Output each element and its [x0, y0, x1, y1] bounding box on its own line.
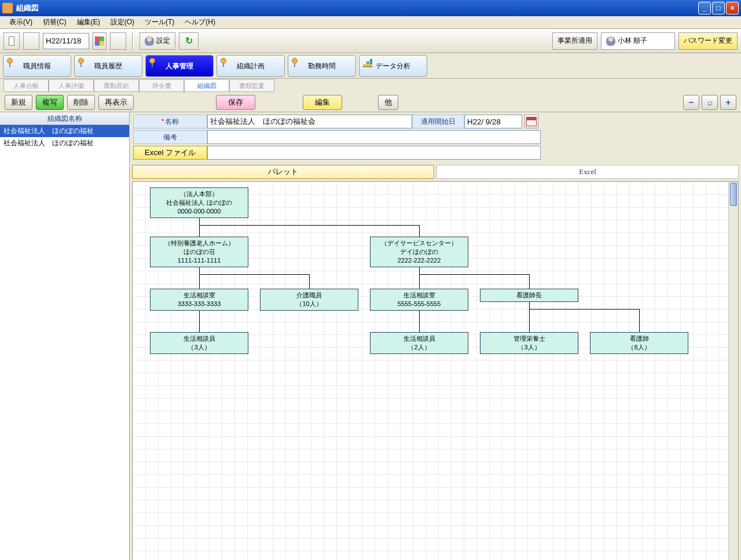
note-input[interactable]: [207, 130, 541, 144]
sub-tabs: 人事台帳 人事評価 異動昇給 辞令書 組織図 書類監査: [0, 79, 741, 93]
canvas[interactable]: （法人本部）社会福祉法人 ほのぼの0000-000-0000（特別養護老人ホーム…: [132, 181, 739, 560]
org-node[interactable]: （法人本部）社会福祉法人 ほのぼの0000-000-0000: [150, 187, 248, 218]
form-area: *名称 適用開始日 備考 Excel ファイル: [130, 112, 741, 164]
excel-file-button[interactable]: Excel ファイル: [133, 146, 207, 160]
sidebar-item[interactable]: 社会福祉法人 ほのぼの福祉: [0, 137, 129, 149]
tab-hr[interactable]: 人事管理: [145, 55, 214, 77]
nav-tabs: 職員情報 職員履歴 人事管理 組織計画 勤務時間 データ分析: [0, 53, 741, 79]
org-node[interactable]: 生活相談員（2人）: [370, 332, 468, 354]
user-display[interactable]: 小林 順子: [601, 32, 675, 50]
password-change-button[interactable]: パスワード変更: [678, 32, 738, 50]
user-icon: [145, 36, 154, 46]
save-button[interactable]: 保存: [216, 95, 255, 110]
zoom-out-button[interactable]: [683, 95, 699, 110]
office-apply-button[interactable]: 事業所適用: [552, 32, 597, 50]
start-date-label: 適用開始日: [412, 115, 464, 128]
subtab-ledger[interactable]: 人事台帳: [3, 79, 49, 92]
org-node[interactable]: 生活相談室3333-333-3333: [150, 289, 248, 311]
zoom-out-icon: [689, 97, 694, 107]
zoom-fit-button[interactable]: [702, 95, 718, 110]
content-area: *名称 適用開始日 備考 Excel ファイル パレット Excel （法人本部…: [130, 112, 741, 560]
pin-icon: [7, 58, 13, 66]
viewtab-excel[interactable]: Excel: [436, 165, 739, 179]
org-node[interactable]: 看護師（8人）: [590, 332, 688, 354]
menu-view[interactable]: 表示(V): [5, 16, 37, 28]
action-bar: 新規 複写 削除 再表示 保存 編集 他: [0, 93, 741, 112]
minimize-button[interactable]: _: [698, 2, 711, 14]
user-name-label: 小林 順子: [618, 36, 670, 46]
menubar: 表示(V) 切替(C) 編集(E) 設定(O) ツール(T) ヘルプ(H): [0, 16, 741, 29]
settings-button[interactable]: 設定: [140, 32, 175, 50]
vscroll-thumb[interactable]: [730, 183, 737, 206]
note-label: 備考: [133, 130, 207, 144]
org-node[interactable]: （特別養護老人ホーム）ほのぼの荘1111-111-1111: [150, 237, 248, 267]
chart-icon: [363, 59, 372, 67]
delete-button[interactable]: 削除: [67, 95, 95, 110]
viewtab-palette[interactable]: パレット: [132, 165, 434, 179]
zoom-fit-icon: [707, 97, 713, 107]
tab-staff-history[interactable]: 職員履歴: [74, 55, 142, 77]
org-node[interactable]: 管理栄養士（3人）: [480, 332, 578, 354]
close-button[interactable]: ×: [726, 2, 739, 14]
view-tabs: パレット Excel: [130, 164, 741, 180]
menu-tools[interactable]: ツール(T): [140, 16, 179, 28]
vertical-scrollbar[interactable]: [728, 182, 738, 560]
blank-button-2[interactable]: [110, 32, 126, 50]
tab-staff-info[interactable]: 職員情報: [3, 55, 71, 77]
copy-button[interactable]: 複写: [36, 95, 64, 110]
tab-work-hours[interactable]: 勤務時間: [288, 55, 356, 77]
calendar-icon: [526, 117, 537, 126]
subtab-audit[interactable]: 書類監査: [229, 79, 274, 92]
org-node[interactable]: 介護職員（10人）: [260, 289, 358, 311]
calendar-button[interactable]: [524, 115, 538, 128]
org-node[interactable]: 生活相談室5555-555-5555: [370, 289, 468, 311]
blank-button[interactable]: [23, 32, 39, 50]
color-picker-button[interactable]: [93, 32, 107, 50]
zoom-in-icon: [726, 97, 731, 107]
user-avatar-icon: [606, 36, 615, 46]
zoom-in-button[interactable]: [720, 95, 736, 110]
menu-edit[interactable]: 編集(E): [72, 16, 105, 28]
main-area: 組織図名称 社会福祉法人 ほのぼの福祉 社会福祉法人 ほのぼの福祉 *名称 適用…: [0, 112, 741, 560]
menu-settings[interactable]: 設定(O): [106, 16, 139, 28]
subtab-order[interactable]: 辞令書: [139, 79, 184, 92]
color-icon: [95, 36, 104, 46]
pin-icon: [149, 58, 155, 66]
new-button[interactable]: 新規: [5, 95, 32, 110]
sidebar-item[interactable]: 社会福祉法人 ほのぼの福祉: [0, 125, 129, 137]
name-input[interactable]: [207, 115, 412, 128]
date-field[interactable]: [43, 33, 89, 49]
settings-label: 設定: [156, 36, 170, 46]
document-button[interactable]: [3, 32, 20, 50]
org-node[interactable]: （デイサービスセンター）デイほのぼの2222-222-2222: [370, 237, 468, 267]
redisplay-button[interactable]: 再表示: [98, 95, 134, 110]
org-node[interactable]: 生活相談員（3人）: [150, 332, 248, 354]
top-toolbar: 設定 事業所適用 小林 順子 パスワード変更: [0, 29, 741, 53]
excel-path-input[interactable]: [207, 146, 541, 160]
pin-icon: [221, 58, 226, 66]
menu-switch[interactable]: 切替(C): [38, 16, 71, 28]
sidebar: 組織図名称 社会福祉法人 ほのぼの福祉 社会福祉法人 ほのぼの福祉: [0, 112, 130, 560]
tab-org-plan[interactable]: 組織計画: [217, 55, 285, 77]
refresh-icon: [185, 35, 193, 46]
start-date-input[interactable]: [464, 115, 522, 128]
tab-analytics[interactable]: データ分析: [359, 55, 427, 77]
sidebar-header: 組織図名称: [0, 112, 129, 125]
edit-button[interactable]: 編集: [303, 95, 342, 110]
org-node[interactable]: 看護師長: [480, 289, 578, 302]
subtab-eval[interactable]: 人事評価: [49, 79, 94, 92]
app-icon: [2, 3, 13, 13]
name-label: *名称: [133, 115, 207, 128]
pin-icon: [292, 58, 298, 66]
subtab-transfer[interactable]: 異動昇給: [94, 79, 139, 92]
refresh-button[interactable]: [179, 32, 199, 50]
menu-help[interactable]: ヘルプ(H): [180, 16, 220, 28]
window-title: 組織図: [16, 3, 697, 13]
org-chart-canvas: （法人本部）社会福祉法人 ほのぼの0000-000-0000（特別養護老人ホーム…: [133, 182, 738, 560]
other-button[interactable]: 他: [378, 95, 398, 110]
titlebar: 組織図 _ □ ×: [0, 0, 741, 16]
document-icon: [9, 36, 14, 46]
maximize-button[interactable]: □: [712, 2, 725, 14]
pin-icon: [78, 58, 84, 66]
subtab-orgchart[interactable]: 組織図: [184, 79, 229, 92]
